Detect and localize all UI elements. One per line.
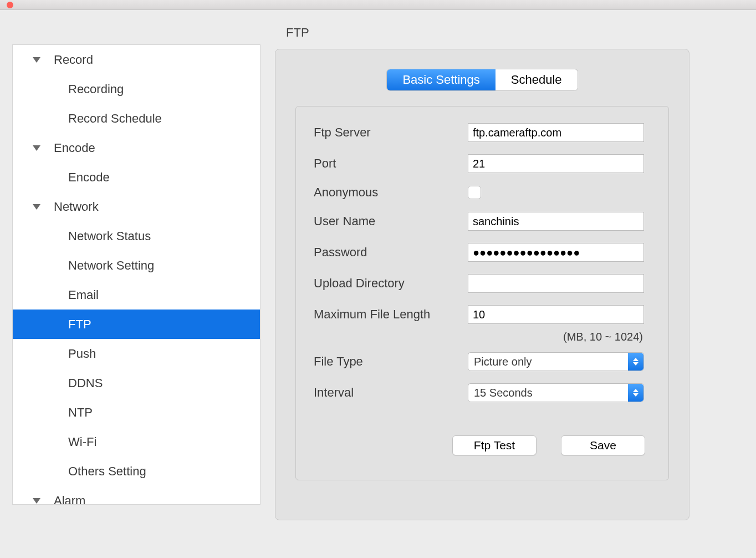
sidebar-item-label: Encode <box>68 170 110 185</box>
tab-segment: Basic Settings Schedule <box>387 69 577 90</box>
sidebar-item-ddns[interactable]: DDNS <box>13 368 260 398</box>
sidebar-item-label: Push <box>68 347 96 361</box>
caret-down-icon <box>32 55 42 65</box>
username-label: User Name <box>314 214 468 229</box>
sidebar-item-recording[interactable]: Recording <box>13 74 260 104</box>
sidebar-group-label: Network <box>54 200 99 214</box>
sidebar-item-label: Wi-Fi <box>68 435 96 449</box>
form-box: Ftp Server Port Anonymous User Name Pass <box>295 106 669 480</box>
save-button[interactable]: Save <box>561 435 645 455</box>
sidebar-item-push[interactable]: Push <box>13 339 260 368</box>
svg-marker-2 <box>33 204 40 210</box>
interval-select[interactable]: 15 Seconds <box>468 383 644 402</box>
updown-icon <box>628 384 643 402</box>
svg-marker-3 <box>33 498 40 504</box>
sidebar-item-label: Record Schedule <box>68 111 162 126</box>
caret-down-icon <box>32 143 42 153</box>
sidebar-item-label: FTP <box>68 317 91 332</box>
sidebar-item-record-schedule[interactable]: Record Schedule <box>13 104 260 133</box>
sidebar-item-encode[interactable]: Encode <box>13 163 260 192</box>
sidebar-item-label: Email <box>68 288 99 302</box>
sidebar-group-network[interactable]: Network <box>13 192 260 221</box>
sidebar-group-label: Encode <box>54 141 95 155</box>
password-input[interactable] <box>468 243 644 262</box>
sidebar-item-wifi[interactable]: Wi-Fi <box>13 427 260 456</box>
sidebar-group-label: Record <box>54 53 93 67</box>
sidebar-group-label: Alarm <box>54 494 85 505</box>
file-type-select[interactable]: Picture only <box>468 352 644 371</box>
sidebar-item-label: DDNS <box>68 376 103 390</box>
max-length-label: Maximum File Length <box>314 307 468 322</box>
ftp-server-label: Ftp Server <box>314 125 468 140</box>
sidebar-item-label: Network Status <box>68 229 151 244</box>
sidebar-item-label: Others Setting <box>68 464 146 479</box>
sidebar-item-ntp[interactable]: NTP <box>13 398 260 427</box>
settings-panel: Basic Settings Schedule Ftp Server Port … <box>275 49 689 520</box>
sidebar: Record Recording Record Schedule Encode … <box>12 44 260 505</box>
window-titlebar <box>0 0 756 10</box>
svg-marker-1 <box>33 145 40 151</box>
sidebar-item-network-status[interactable]: Network Status <box>13 221 260 251</box>
port-label: Port <box>314 156 468 171</box>
anonymous-label: Anonymous <box>314 185 468 200</box>
svg-marker-5 <box>633 362 638 366</box>
sidebar-item-label: NTP <box>68 405 93 420</box>
sidebar-item-email[interactable]: Email <box>13 280 260 310</box>
file-type-label: File Type <box>314 354 468 369</box>
svg-marker-6 <box>633 389 638 392</box>
interval-label: Interval <box>314 385 468 400</box>
sidebar-item-label: Network Setting <box>68 258 154 273</box>
updown-icon <box>628 353 643 371</box>
upload-dir-input[interactable] <box>468 274 644 293</box>
sidebar-item-network-setting[interactable]: Network Setting <box>13 251 260 280</box>
tab-schedule[interactable]: Schedule <box>496 69 578 90</box>
svg-marker-7 <box>633 393 638 397</box>
username-input[interactable] <box>468 212 644 231</box>
upload-dir-label: Upload Directory <box>314 276 468 291</box>
port-input[interactable] <box>468 154 644 173</box>
svg-marker-0 <box>33 57 40 63</box>
ftp-test-button[interactable]: Ftp Test <box>452 435 537 455</box>
password-label: Password <box>314 245 468 260</box>
sidebar-group-record[interactable]: Record <box>13 45 260 74</box>
caret-down-icon <box>32 202 42 212</box>
ftp-server-input[interactable] <box>468 123 644 142</box>
interval-value: 15 Seconds <box>474 387 533 399</box>
sidebar-item-ftp[interactable]: FTP <box>13 310 260 339</box>
max-length-input[interactable] <box>468 305 644 324</box>
tab-basic-settings[interactable]: Basic Settings <box>387 69 495 90</box>
file-type-value: Picture only <box>474 356 532 368</box>
sidebar-item-others-setting[interactable]: Others Setting <box>13 456 260 486</box>
panel-title: FTP <box>286 26 756 40</box>
anonymous-checkbox[interactable] <box>468 186 481 199</box>
close-window-icon[interactable] <box>7 2 13 8</box>
sidebar-item-label: Recording <box>68 82 124 97</box>
max-length-hint: (MB, 10 ~ 1024) <box>314 331 643 343</box>
caret-down-icon <box>32 496 42 505</box>
svg-marker-4 <box>633 358 638 361</box>
sidebar-group-alarm[interactable]: Alarm <box>13 486 260 505</box>
sidebar-group-encode[interactable]: Encode <box>13 133 260 163</box>
